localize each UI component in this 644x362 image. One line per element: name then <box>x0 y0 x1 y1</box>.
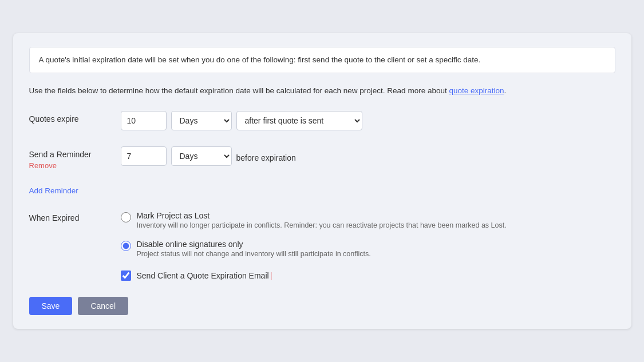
description-text: Use the fields below to determine how th… <box>29 85 615 97</box>
desc-after: . <box>504 86 507 95</box>
add-reminder-link[interactable]: Add Reminder <box>29 186 78 195</box>
when-expired-section: When Expired Mark Project as Lost Invent… <box>29 211 615 281</box>
radio-mark-lost[interactable] <box>121 212 131 222</box>
reminder-controls: Days Weeks Months before expiration <box>121 146 296 166</box>
radio-mark-lost-text: Mark Project as Lost Inventory will no l… <box>137 211 507 229</box>
quotes-expire-label: Quotes expire <box>29 111 121 124</box>
info-bar: A quote's initial expiration date will b… <box>29 47 615 73</box>
quotes-expire-number[interactable] <box>121 111 167 130</box>
radio-option-disable-signatures: Disable online signatures only Project s… <box>121 240 507 258</box>
quotes-expire-days-select[interactable]: Days Weeks Months <box>171 111 232 130</box>
radio-options-group: Mark Project as Lost Inventory will no l… <box>121 211 507 281</box>
cancel-button[interactable]: Cancel <box>78 297 128 315</box>
quotes-expire-row: Quotes expire Days Weeks Months after fi… <box>29 111 615 130</box>
button-row: Save Cancel <box>29 297 615 315</box>
quotes-expire-after-select[interactable]: after first quote is sent after project … <box>236 111 362 130</box>
settings-card: A quote's initial expiration date will b… <box>13 33 631 329</box>
reminder-label: Send a Reminder <box>29 150 92 159</box>
radio-option-mark-lost: Mark Project as Lost Inventory will no l… <box>121 211 507 229</box>
info-bar-text: A quote's initial expiration date will b… <box>39 55 481 64</box>
save-button[interactable]: Save <box>29 297 73 315</box>
radio-mark-lost-desc: Inventory will no longer participate in … <box>137 221 507 229</box>
send-email-checkbox-row: Send Client a Quote Expiration Email| <box>121 270 507 281</box>
send-email-label[interactable]: Send Client a Quote Expiration Email| <box>137 271 272 280</box>
radio-disable-signatures-desc: Project status will not change and inven… <box>137 250 371 258</box>
required-dot: | <box>270 271 272 280</box>
reminder-label-group: Send a Reminder Remove <box>29 146 121 170</box>
radio-disable-signatures-title: Disable online signatures only <box>137 240 371 249</box>
when-expired-label: When Expired <box>29 211 121 222</box>
quote-expiration-link[interactable]: quote expiration <box>449 86 504 95</box>
radio-disable-signatures[interactable] <box>121 241 131 251</box>
remove-reminder-link[interactable]: Remove <box>29 161 121 170</box>
radio-disable-signatures-text: Disable online signatures only Project s… <box>137 240 371 258</box>
quotes-expire-controls: Days Weeks Months after first quote is s… <box>121 111 362 130</box>
send-email-label-text: Send Client a Quote Expiration Email <box>137 271 269 280</box>
send-email-checkbox[interactable] <box>121 270 131 281</box>
desc-before: Use the fields below to determine how th… <box>29 86 449 95</box>
reminder-static-text: before expiration <box>236 150 296 162</box>
reminder-number[interactable] <box>121 146 167 166</box>
radio-mark-lost-title: Mark Project as Lost <box>137 211 507 220</box>
reminder-days-select[interactable]: Days Weeks Months <box>171 146 232 166</box>
reminder-row: Send a Reminder Remove Days Weeks Months… <box>29 146 615 170</box>
